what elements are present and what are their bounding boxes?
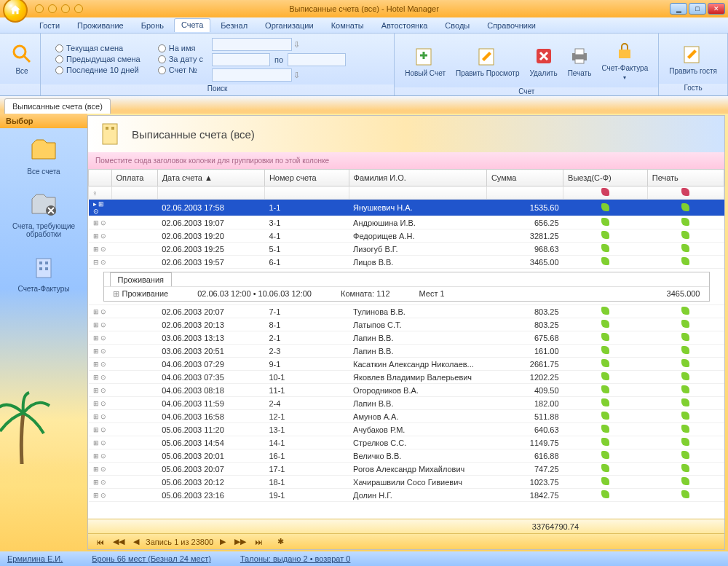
table-row[interactable]: ▸ ⊞ ⊙02.06.2003 17:581-1Янушкевич Н.А.15… bbox=[89, 200, 724, 216]
lock-icon bbox=[613, 39, 636, 63]
search-filter-radio[interactable]: Текущая смена bbox=[55, 44, 141, 52]
date-from-input[interactable] bbox=[212, 53, 270, 66]
menu-item-бронь[interactable]: Бронь bbox=[134, 19, 171, 32]
edit-guest-button[interactable]: Править гостя bbox=[665, 39, 721, 78]
magnifier-icon bbox=[10, 42, 33, 66]
qa-button[interactable] bbox=[48, 4, 57, 13]
nav-prevpage-button[interactable]: ◀◀ bbox=[111, 537, 127, 546]
table-row[interactable]: ⊞ ⊙04.06.2003 16:5812-1Амунов А.А.511.88 bbox=[89, 410, 724, 423]
date-to-input[interactable] bbox=[288, 53, 346, 66]
close-button[interactable]: ✕ bbox=[708, 3, 725, 15]
svg-rect-14 bbox=[39, 267, 42, 270]
minimize-button[interactable]: ▁ bbox=[670, 3, 687, 15]
maximize-button[interactable]: □ bbox=[689, 3, 706, 15]
plus-icon bbox=[414, 44, 437, 68]
svg-rect-12 bbox=[39, 262, 42, 264]
print-button[interactable]: Печать bbox=[563, 42, 596, 80]
page-title: Выписанные счета (все) bbox=[132, 128, 255, 141]
pencil-icon bbox=[476, 44, 499, 68]
column-header[interactable]: Дата счета ▲ bbox=[157, 170, 264, 186]
menu-item-проживание[interactable]: Проживание bbox=[70, 19, 131, 32]
menu-item-счета[interactable]: Счета bbox=[174, 18, 210, 32]
table-row[interactable]: ⊟ ⊙02.06.2003 19:576-1Лицов В.В.3465.00 bbox=[89, 256, 724, 269]
ribbon: Все Текущая сменаПредыдущая сменаПоследн… bbox=[0, 34, 728, 96]
column-header[interactable]: Выезд(С-Ф) bbox=[563, 170, 648, 186]
palm-tree-icon bbox=[0, 391, 51, 464]
nav-last-button[interactable]: ⏭ bbox=[253, 538, 265, 546]
nav-nextpage-button[interactable]: ▶▶ bbox=[232, 537, 248, 546]
svg-rect-16 bbox=[103, 124, 117, 144]
menu-item-своды[interactable]: Своды bbox=[438, 19, 477, 32]
table-row[interactable]: ⊞ ⊙03.06.2003 13:132-1Лапин В.В.675.68 bbox=[89, 331, 724, 345]
column-header[interactable]: Фамилия И.О. bbox=[349, 170, 486, 186]
column-header[interactable]: Сумма bbox=[486, 170, 563, 186]
edit-bill-button[interactable]: Править Просмотр bbox=[451, 42, 523, 80]
nav-prev-button[interactable]: ◀ bbox=[131, 537, 141, 546]
svg-rect-7 bbox=[575, 59, 584, 63]
pencil-icon bbox=[681, 42, 705, 66]
delete-bill-button[interactable]: Удалить bbox=[525, 42, 561, 80]
tab-bills[interactable]: Выписанные счета (все) bbox=[4, 98, 111, 114]
folder-icon bbox=[29, 135, 58, 165]
document-tab-strip: Выписанные счета (все) bbox=[0, 96, 728, 114]
table-row[interactable]: ⊞ ⊙05.06.2003 11:2013-1Ачубаков Р.М.640.… bbox=[89, 423, 724, 436]
column-header[interactable]: Печать bbox=[647, 170, 724, 186]
status-user[interactable]: Ермилина Е.И. bbox=[7, 554, 63, 563]
detail-tab[interactable]: Проживания bbox=[110, 272, 173, 286]
nav-first-button[interactable]: ⏮ bbox=[94, 538, 106, 546]
search-all-button[interactable]: Все bbox=[6, 39, 38, 78]
folder-alert-icon bbox=[29, 190, 58, 219]
status-booking[interactable]: Бронь 66 мест (Безнал 24 мест) bbox=[92, 554, 211, 563]
new-bill-button[interactable]: Новый Счет bbox=[400, 42, 450, 80]
table-row[interactable]: ⊞ ⊙05.06.2003 20:0717-1Рогов Александр М… bbox=[89, 463, 724, 476]
group-by-hint[interactable]: Поместите сюда заголовок колонки для гру… bbox=[88, 152, 724, 169]
table-row[interactable]: ⊞ ⊙04.06.2003 11:592-4Лапин В.В.182.00 bbox=[89, 397, 724, 410]
table-row[interactable]: ⊞ ⊙02.06.2003 19:255-1Лизогуб В.Г.968.63 bbox=[89, 243, 724, 256]
menu-item-комнаты[interactable]: Комнаты bbox=[324, 19, 371, 32]
table-row[interactable]: ⊞ ⊙03.06.2003 20:512-3Лапин В.В.161.00 bbox=[89, 345, 724, 358]
sidebar-item-invoices[interactable]: Счета-Фактуры bbox=[0, 245, 87, 300]
search-filter-radio[interactable]: Предыдущая смена bbox=[55, 55, 141, 63]
svg-rect-15 bbox=[45, 267, 48, 270]
search-filter-radio[interactable]: Счет № bbox=[158, 66, 203, 74]
svg-point-0 bbox=[14, 46, 25, 58]
name-input[interactable] bbox=[212, 38, 292, 51]
invoice-button[interactable]: Счет-Фактура▾ bbox=[597, 36, 652, 84]
search-filter-radio[interactable]: За дату с bbox=[158, 55, 203, 63]
svg-line-1 bbox=[24, 56, 30, 62]
filter-row[interactable]: ♀ bbox=[89, 186, 724, 200]
table-row[interactable]: ⊞ ⊙02.06.2003 19:204-1Федорищев А.Н.3281… bbox=[89, 229, 724, 243]
menu-item-организации[interactable]: Организации bbox=[258, 19, 321, 32]
menu-item-гости[interactable]: Гости bbox=[32, 19, 67, 32]
nav-next-button[interactable]: ▶ bbox=[218, 537, 228, 546]
menu-item-справочники[interactable]: Справочники bbox=[480, 19, 543, 32]
table-row[interactable]: ⊞ ⊙05.06.2003 20:0116-1Величко В.В.616.8… bbox=[89, 449, 724, 463]
record-navigator: ⏮ ◀◀ ◀ Запись 1 из 23800 ▶ ▶▶ ⏭ ✱ bbox=[88, 533, 724, 549]
menu-item-автостоянка[interactable]: Автостоянка bbox=[374, 19, 435, 32]
column-header[interactable]: Номер счета bbox=[264, 170, 349, 186]
nav-refresh-button[interactable]: ✱ bbox=[275, 537, 286, 546]
bill-no-input[interactable] bbox=[212, 68, 292, 82]
menu-item-безнал[interactable]: Безнал bbox=[213, 19, 255, 32]
svg-rect-6 bbox=[575, 49, 584, 55]
column-header[interactable]: Оплата bbox=[111, 170, 157, 186]
table-row[interactable]: ⊞ ⊙04.06.2003 08:1811-1Огородников В.А.4… bbox=[89, 384, 724, 397]
table-row[interactable]: ⊞ ⊙02.06.2003 20:138-1Латыпов С.Т.803.25 bbox=[89, 318, 724, 331]
qa-button[interactable] bbox=[74, 4, 83, 13]
table-row[interactable]: ⊞ ⊙04.06.2003 07:299-1Касаткин Александр… bbox=[89, 358, 724, 371]
table-row[interactable]: ⊞ ⊙05.06.2003 20:1218-1Хачирашвили Сосо … bbox=[89, 476, 724, 489]
search-filter-radio[interactable]: На имя bbox=[158, 44, 203, 52]
record-position: Запись 1 из 23800 bbox=[146, 538, 213, 546]
table-row[interactable]: ⊞ ⊙05.06.2003 23:1619-1Долин Н.Г.1842.75 bbox=[89, 489, 724, 502]
table-row[interactable]: ⊞ ⊙02.06.2003 20:077-1Тулинова В.В.803.2… bbox=[89, 305, 724, 318]
sidebar-item-pending-bills[interactable]: Счета, требующие обработки bbox=[0, 183, 87, 245]
table-row[interactable]: ⊞ ⊙02.06.2003 19:073-1Андрюшина И.В.656.… bbox=[89, 216, 724, 229]
search-filter-radio[interactable]: Последние 10 дней bbox=[55, 66, 141, 74]
table-row[interactable]: ⊞ ⊙05.06.2003 14:5414-1Стрелков С.С.1149… bbox=[89, 436, 724, 449]
qa-button[interactable] bbox=[61, 4, 70, 13]
qa-button[interactable] bbox=[35, 4, 44, 13]
data-grid[interactable]: ОплатаДата счета ▲Номер счетаФамилия И.О… bbox=[88, 169, 724, 519]
sidebar-item-all-bills[interactable]: Все счета bbox=[0, 128, 87, 183]
status-coupons[interactable]: Талоны: выдано 2 • возврат 0 bbox=[240, 554, 351, 563]
table-row[interactable]: ⊞ ⊙04.06.2003 07:3510-1Яковлев Владимир … bbox=[89, 371, 724, 384]
